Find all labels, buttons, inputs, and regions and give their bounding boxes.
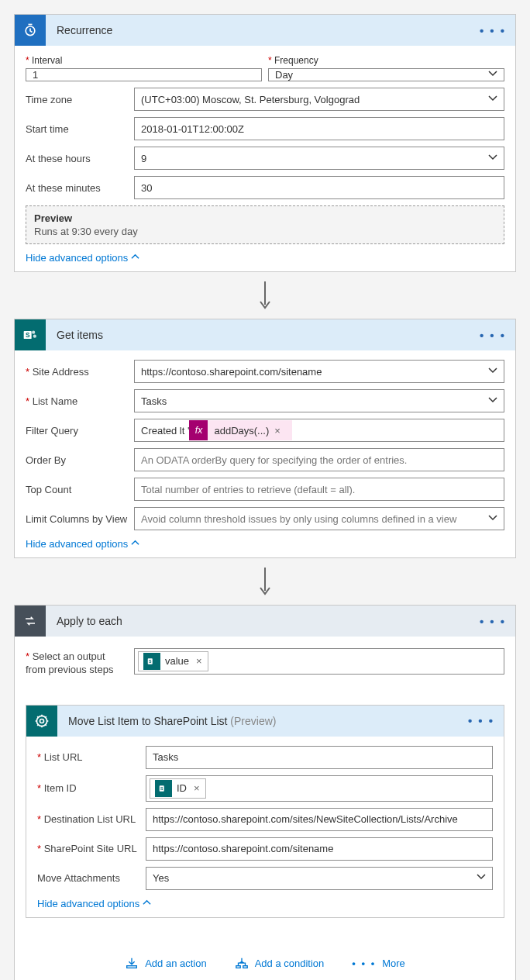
- svg-point-3: [32, 331, 35, 334]
- athours-select[interactable]: 9: [134, 147, 504, 170]
- moveitem-card: Move List Item to SharePoint List (Previ…: [26, 705, 504, 918]
- applyeach-header[interactable]: Apply to each • • •: [15, 606, 515, 637]
- hide-advanced-link[interactable]: Hide advanced options: [26, 252, 504, 264]
- desturl-input[interactable]: https://contoso.sharepoint.com/sites/New…: [146, 808, 493, 831]
- sharepoint-icon: S: [155, 780, 172, 797]
- chevron-down-icon: [488, 513, 497, 525]
- fx-icon: fx: [189, 420, 208, 440]
- chevron-up-icon: [143, 898, 151, 909]
- frequency-select[interactable]: Day: [268, 68, 504, 81]
- desturl-label: * Destination List URL: [37, 813, 146, 825]
- moveatt-select[interactable]: Yes: [146, 867, 493, 890]
- hide-advanced-link[interactable]: Hide advanced options: [26, 538, 504, 550]
- connector-arrow: [14, 272, 516, 319]
- listname-label: * List Name: [26, 395, 134, 407]
- select-output-input[interactable]: S value ×: [134, 648, 504, 675]
- hide-advanced-link[interactable]: Hide advanced options: [37, 898, 493, 909]
- add-action-button[interactable]: Add an action: [125, 957, 207, 971]
- chevron-down-icon: [488, 153, 497, 164]
- itemid-input[interactable]: S ID ×: [146, 775, 493, 802]
- siteurl-input[interactable]: https://contoso.sharepoint.com/sitename: [146, 837, 493, 861]
- svg-point-4: [33, 335, 36, 338]
- listname-select[interactable]: Tasks: [134, 389, 504, 412]
- preview-text: Runs at 9:30 every day: [34, 226, 496, 237]
- interval-input[interactable]: 1: [26, 68, 262, 81]
- topcount-label: Top Count: [26, 484, 134, 495]
- recurrence-title: Recurrence: [57, 24, 112, 36]
- card-menu-button[interactable]: • • •: [468, 714, 494, 727]
- svg-point-8: [40, 719, 44, 723]
- remove-token-button[interactable]: ×: [188, 782, 205, 794]
- moveatt-label: Move Attachments: [37, 872, 146, 884]
- moveitem-header[interactable]: Move List Item to SharePoint List (Previ…: [26, 706, 504, 737]
- atminutes-input[interactable]: 30: [134, 176, 504, 199]
- chevron-up-icon: [131, 538, 139, 550]
- sharepoint-icon: S: [15, 319, 46, 350]
- orderby-input[interactable]: An ODATA orderBy query for specifying th…: [134, 448, 504, 471]
- filterquery-input[interactable]: Created lt ' fx addDays(...) ×: [134, 419, 504, 442]
- limitcols-label: Limit Columns by View: [26, 513, 134, 525]
- applyeach-title: Apply to each: [57, 615, 122, 627]
- siteaddress-label: * Site Address: [26, 366, 134, 378]
- getitems-card: S Get items • • • * Site Address https:/…: [14, 319, 516, 558]
- getitems-header[interactable]: S Get items • • •: [15, 319, 515, 350]
- timezone-select[interactable]: (UTC+03:00) Moscow, St. Petersburg, Volg…: [134, 88, 504, 111]
- siteurl-label: * SharePoint Site URL: [37, 843, 146, 854]
- chevron-down-icon: [488, 94, 497, 105]
- chevron-up-icon: [131, 252, 139, 264]
- listurl-input[interactable]: Tasks: [146, 746, 493, 769]
- value-token: S value ×: [138, 651, 208, 671]
- connector-arrow: [14, 558, 516, 605]
- svg-text:S: S: [160, 786, 163, 791]
- recurrence-card: Recurrence • • • * Interval 1 * Frequenc…: [14, 14, 516, 272]
- remove-token-button[interactable]: ×: [269, 425, 286, 437]
- moveitem-title: Move List Item to SharePoint List (Previ…: [68, 715, 276, 727]
- more-button[interactable]: • • • More: [352, 958, 405, 969]
- gear-icon: [26, 706, 57, 737]
- getitems-title: Get items: [57, 329, 103, 341]
- svg-text:S: S: [26, 331, 30, 339]
- svg-text:S: S: [149, 659, 152, 664]
- preview-box: Preview Runs at 9:30 every day: [26, 205, 504, 244]
- remove-token-button[interactable]: ×: [191, 655, 208, 667]
- clock-icon: [15, 15, 46, 46]
- timezone-label: Time zone: [26, 94, 134, 105]
- select-output-label: * Select an outputfrom previous steps: [26, 646, 134, 677]
- filterquery-label: Filter Query: [26, 425, 134, 437]
- chevron-down-icon: [488, 395, 497, 407]
- svg-rect-12: [236, 965, 239, 968]
- id-token: S ID ×: [150, 778, 206, 799]
- topcount-input[interactable]: Total number of entries to retrieve (def…: [134, 478, 504, 501]
- chevron-down-icon: [488, 69, 497, 81]
- card-menu-button[interactable]: • • •: [480, 329, 506, 342]
- listurl-label: * List URL: [37, 751, 146, 763]
- atminutes-label: At these minutes: [26, 182, 134, 194]
- recurrence-header[interactable]: Recurrence • • •: [15, 15, 515, 46]
- applyeach-card: Apply to each • • • * Select an outputfr…: [14, 605, 516, 980]
- card-menu-button[interactable]: • • •: [480, 24, 506, 37]
- add-condition-button[interactable]: Add a condition: [235, 957, 325, 971]
- starttime-label: Start time: [26, 123, 134, 135]
- card-menu-button[interactable]: • • •: [480, 615, 506, 628]
- svg-rect-13: [243, 965, 246, 968]
- itemid-label: * Item ID: [37, 782, 146, 794]
- sharepoint-icon: S: [143, 653, 160, 670]
- athours-label: At these hours: [26, 153, 134, 164]
- siteaddress-select[interactable]: https://contoso.sharepoint.com/sitename: [134, 360, 504, 383]
- frequency-label: * Frequency: [268, 55, 504, 66]
- chevron-down-icon: [488, 366, 497, 378]
- preview-title: Preview: [34, 212, 496, 224]
- starttime-input[interactable]: 2018-01-01T12:00:00Z: [134, 117, 504, 140]
- svg-rect-11: [127, 965, 137, 968]
- loop-icon: [15, 606, 46, 637]
- interval-label: * Interval: [26, 55, 262, 66]
- chevron-down-icon: [477, 872, 486, 884]
- orderby-label: Order By: [26, 454, 134, 466]
- limitcols-select[interactable]: Avoid column threshold issues by only us…: [134, 507, 504, 530]
